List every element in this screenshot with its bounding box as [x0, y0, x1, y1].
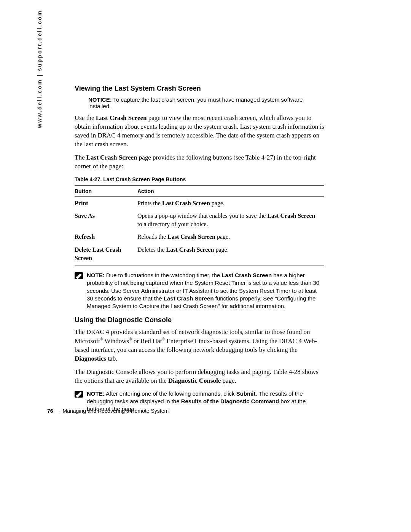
table-last-crash-buttons: Button Action Print Prints the Last Cras… — [75, 185, 324, 266]
reg-mark: ® — [162, 337, 165, 341]
footer-divider — [58, 408, 58, 414]
p1-bold: Last Crash Screen — [96, 114, 147, 121]
section2-para2: The Diagnostic Console allows you to per… — [75, 368, 324, 385]
th-button: Button — [75, 185, 137, 197]
table-row: Save As Opens a pop-up window that enabl… — [75, 209, 324, 230]
p1-pre: Use the — [75, 114, 96, 121]
cell-button: Save As — [75, 209, 137, 230]
note-icon — [75, 272, 83, 279]
cell-action: Prints the Last Crash Screen page. — [137, 197, 324, 209]
notice-text: To capture the last crash screen, you mu… — [88, 96, 303, 109]
heading-last-crash: Viewing the Last System Crash Screen — [75, 85, 324, 93]
section2-para1: The DRAC 4 provides a standard set of ne… — [75, 328, 324, 363]
table-row: Print Prints the Last Crash Screen page. — [75, 197, 324, 209]
page-footer: 76 Managing and Recovering a Remote Syst… — [47, 408, 169, 414]
note2-label: NOTE: — [87, 390, 105, 397]
table-caption: Table 4-27. Last Crash Screen Page Butto… — [75, 176, 324, 182]
p2-pre: The — [75, 154, 86, 161]
cell-action: Opens a pop-up window that enables you t… — [137, 209, 324, 230]
note1-label: NOTE: — [87, 272, 105, 278]
reg-mark: ® — [100, 337, 103, 341]
cell-action: Reloads the Last Crash Screen page. — [137, 230, 324, 243]
page-content: Viewing the Last System Crash Screen NOT… — [75, 85, 324, 419]
page-number: 76 — [47, 408, 53, 414]
th-action: Action — [137, 185, 324, 197]
cell-button: Delete Last Crash Screen — [75, 243, 137, 265]
heading-diagnostic: Using the Diagnostic Console — [75, 316, 324, 324]
p2-bold: Last Crash Screen — [86, 154, 137, 161]
reg-mark: ® — [129, 337, 132, 341]
table-row: Delete Last Crash Screen Deletes the Las… — [75, 243, 324, 265]
cell-button: Print — [75, 197, 137, 209]
footer-chapter: Managing and Recovering a Remote System — [63, 408, 169, 414]
cell-action: Deletes the Last Crash Screen page. — [137, 243, 324, 265]
section1-para1: Use the Last Crash Screen page to view t… — [75, 114, 324, 149]
note-icon — [75, 391, 83, 398]
note1-text: NOTE: Due to fluctuations in the watchdo… — [87, 272, 324, 310]
notice-label: NOTICE: — [88, 96, 112, 103]
section1-para2: The Last Crash Screen page provides the … — [75, 153, 324, 171]
note-block-1: NOTE: Due to fluctuations in the watchdo… — [75, 272, 324, 310]
page: www.dell.com | support.dell.com Viewing … — [0, 0, 411, 532]
cell-button: Refresh — [75, 230, 137, 243]
table-row: Refresh Reloads the Last Crash Screen pa… — [75, 230, 324, 243]
notice-line: NOTICE: To capture the last crash screen… — [75, 96, 324, 109]
